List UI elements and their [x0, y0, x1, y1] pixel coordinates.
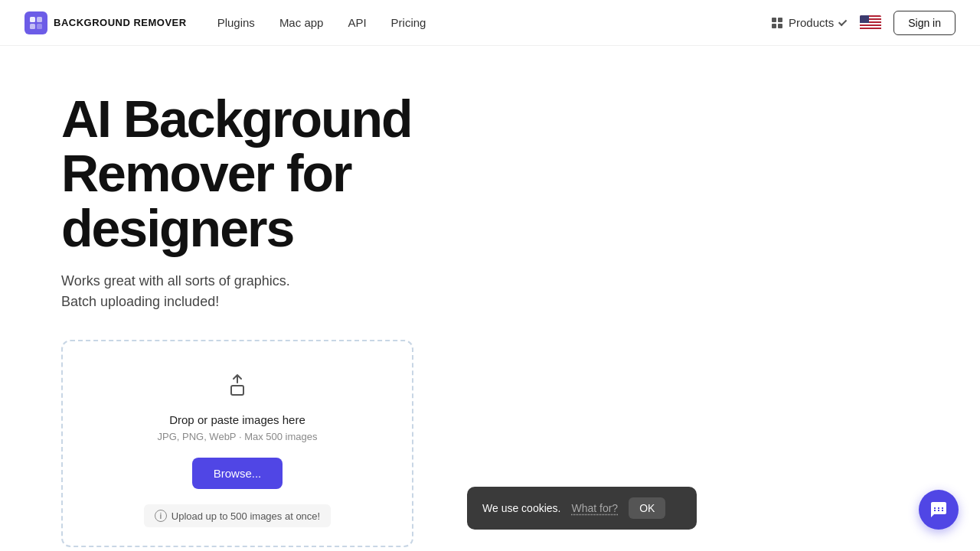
upload-dropzone[interactable]: Drop or paste images here JPG, PNG, WebP…	[61, 340, 413, 547]
cookie-banner: We use cookies. What for? OK	[467, 487, 697, 530]
nav-plugins[interactable]: Plugins	[217, 16, 255, 29]
chevron-down-icon	[838, 17, 847, 25]
upload-hint: i Upload up to 500 images at once!	[144, 504, 331, 527]
svg-rect-3	[37, 24, 42, 29]
hero-title: AI Background Remover for designers	[61, 92, 459, 256]
drop-label: Drop or paste images here	[169, 413, 305, 426]
info-icon: i	[155, 510, 167, 522]
products-label: Products	[789, 16, 834, 29]
main-content: AI Background Remover for designers Work…	[0, 46, 980, 547]
nav-api[interactable]: API	[348, 16, 366, 29]
hint-text: Upload up to 500 images at once!	[172, 510, 320, 522]
chat-button[interactable]	[919, 490, 959, 530]
cookie-ok-button[interactable]: OK	[629, 497, 665, 519]
nav-links: Plugins Mac app API Pricing	[217, 16, 770, 29]
logo-icon	[24, 11, 47, 34]
grid-icon	[770, 16, 784, 30]
upload-icon	[222, 369, 253, 403]
hero-section: AI Background Remover for designers Work…	[61, 92, 459, 547]
svg-rect-0	[30, 17, 35, 22]
svg-rect-4	[231, 386, 243, 395]
sign-in-button[interactable]: Sign in	[893, 11, 956, 35]
hero-subtitle: Works great with all sorts of graphics. …	[61, 271, 459, 312]
nav-mac-app[interactable]: Mac app	[279, 16, 324, 29]
logo[interactable]: BACKGROUND REMOVER	[24, 11, 187, 34]
language-flag[interactable]	[860, 15, 881, 31]
nav-right: Products Sign in	[770, 11, 956, 35]
cookie-text: We use cookies.	[482, 502, 560, 514]
formats-label: JPG, PNG, WebP · Max 500 images	[157, 431, 317, 442]
svg-rect-1	[37, 17, 42, 22]
svg-rect-2	[30, 24, 35, 29]
cookie-what-for-link[interactable]: What for?	[571, 502, 618, 514]
browse-button[interactable]: Browse...	[192, 458, 283, 489]
navbar: BACKGROUND REMOVER Plugins Mac app API P…	[0, 0, 980, 46]
logo-text: BACKGROUND REMOVER	[54, 17, 187, 28]
nav-pricing[interactable]: Pricing	[391, 16, 426, 29]
products-dropdown[interactable]: Products	[770, 16, 848, 30]
